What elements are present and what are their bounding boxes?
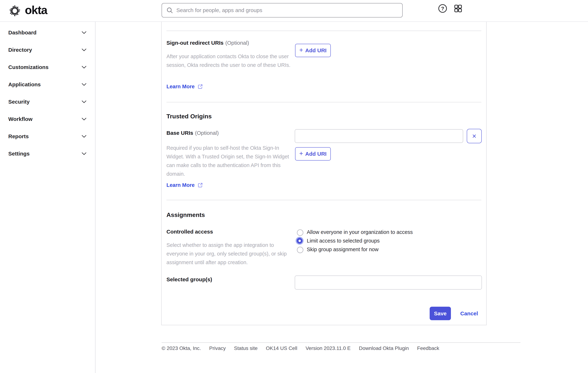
radio-allow-everyone[interactable]: Allow everyone in your organization to a…	[296, 228, 413, 236]
app-settings-card: Sign-out redirect URIs(Optional) After y…	[161, 22, 487, 325]
apps-grid-icon	[454, 4, 463, 13]
search-icon	[166, 7, 173, 14]
selected-groups-label: Selected group(s)	[167, 277, 212, 283]
add-uri-label: Add URI	[305, 151, 326, 157]
section-divider	[167, 102, 481, 102]
plus-icon: +	[299, 150, 303, 157]
footer-link-feedback[interactable]: Feedback	[417, 345, 439, 351]
save-button[interactable]: Save	[430, 307, 451, 320]
footer-link-download-plugin[interactable]: Download Okta Plugin	[359, 345, 409, 351]
radio-skip-group-assignment[interactable]: Skip group assignment for now	[296, 245, 413, 254]
chevron-down-icon	[82, 83, 86, 86]
sidebar-item-label: Directory	[8, 47, 32, 53]
chevron-down-icon	[82, 152, 86, 155]
radio-label: Limit access to selected groups	[307, 238, 380, 244]
chevron-down-icon	[82, 31, 86, 34]
sidebar-item-label: Customizations	[8, 64, 48, 70]
controlled-access-radio-group: Allow everyone in your organization to a…	[296, 228, 413, 254]
sidebar-item-security[interactable]: Security	[0, 93, 95, 110]
radio-label: Allow everyone in your organization to a…	[307, 229, 413, 235]
cancel-button[interactable]: Cancel	[460, 307, 478, 320]
sidebar-nav: Dashboard Directory Customizations Appli…	[0, 22, 95, 373]
base-uris-description: Required if you plan to self-host the Ok…	[167, 144, 291, 178]
footer: © 2023 Okta, Inc. Privacy Status site OK…	[162, 345, 439, 351]
section-divider	[167, 31, 481, 31]
help-button[interactable]: ?	[438, 4, 448, 13]
footer-cell-info: OK14 US Cell	[266, 345, 297, 351]
base-uri-input[interactable]	[295, 129, 463, 143]
okta-wordmark: okta	[25, 4, 47, 17]
sidebar-item-dashboard[interactable]: Dashboard	[0, 24, 95, 41]
chevron-down-icon	[82, 66, 86, 69]
sidebar-item-applications[interactable]: Applications	[0, 76, 95, 93]
controlled-access-description: Select whether to assign the app integra…	[167, 241, 291, 267]
add-signout-uri-button[interactable]: + Add URI	[295, 44, 331, 57]
sidebar-item-customizations[interactable]: Customizations	[0, 59, 95, 76]
trusted-origins-heading: Trusted Origins	[167, 113, 212, 120]
signout-learn-more-link[interactable]: Learn More	[167, 84, 203, 90]
sidebar-item-workflow[interactable]: Workflow	[0, 110, 95, 128]
controlled-access-label: Controlled access	[167, 229, 213, 235]
selected-groups-input[interactable]	[295, 276, 482, 289]
sidebar-item-label: Workflow	[8, 116, 32, 122]
footer-copyright: © 2023 Okta, Inc.	[162, 345, 201, 351]
external-link-icon	[198, 84, 203, 89]
signout-redirect-uris-label: Sign-out redirect URIs(Optional)	[167, 40, 249, 46]
chevron-down-icon	[82, 135, 86, 138]
learn-more-text: Learn More	[167, 182, 195, 188]
chevron-down-icon	[82, 100, 86, 103]
footer-link-privacy[interactable]: Privacy	[209, 345, 226, 351]
search-input[interactable]	[176, 7, 398, 13]
signout-description: After your application contacts Okta to …	[167, 52, 291, 69]
field-label-text: Base URIs	[167, 130, 193, 136]
footer-link-status-site[interactable]: Status site	[234, 345, 258, 351]
sidebar-item-label: Reports	[8, 133, 29, 139]
learn-more-text: Learn More	[167, 84, 195, 90]
sidebar-item-label: Security	[8, 99, 30, 105]
chevron-down-icon	[82, 48, 86, 51]
plus-icon: +	[299, 47, 303, 53]
sidebar-item-settings[interactable]: Settings	[0, 145, 95, 162]
field-label-text: Sign-out redirect URIs	[167, 40, 224, 46]
base-uris-label: Base URIs(Optional)	[167, 130, 219, 136]
sidebar-item-label: Dashboard	[8, 30, 37, 36]
optional-tag: (Optional)	[195, 130, 219, 136]
assignments-heading: Assignments	[167, 211, 205, 218]
optional-tag: (Optional)	[225, 40, 249, 46]
search-box[interactable]	[162, 3, 403, 18]
sidebar-item-label: Settings	[8, 151, 30, 157]
sidebar-item-directory[interactable]: Directory	[0, 41, 95, 59]
add-base-uri-button[interactable]: + Add URI	[295, 147, 331, 160]
remove-base-uri-button[interactable]: ×	[467, 129, 482, 143]
radio-button-icon[interactable]	[296, 228, 304, 236]
section-divider	[167, 200, 481, 200]
radio-button-icon[interactable]	[296, 245, 304, 253]
radio-button-icon[interactable]	[296, 237, 304, 245]
sidebar-item-label: Applications	[8, 81, 41, 88]
okta-admin-page: okta ? Dashboard	[0, 0, 588, 373]
radio-label: Skip group assignment for now	[307, 246, 378, 252]
chevron-down-icon	[82, 118, 86, 121]
top-bar: okta ?	[0, 0, 588, 22]
sidebar-item-reports[interactable]: Reports	[0, 128, 95, 145]
add-uri-label: Add URI	[305, 47, 326, 53]
okta-aura-icon	[9, 5, 21, 17]
radio-limit-selected-groups[interactable]: Limit access to selected groups	[296, 236, 413, 245]
help-icon: ?	[438, 4, 447, 13]
close-icon: ×	[472, 132, 476, 140]
footer-version: Version 2023.11.0 E	[305, 345, 351, 351]
okta-logo[interactable]: okta	[9, 4, 47, 17]
apps-grid-button[interactable]	[453, 4, 463, 13]
svg-text:?: ?	[441, 6, 444, 11]
trusted-origins-learn-more-link[interactable]: Learn More	[167, 182, 203, 188]
footer-divider	[162, 342, 520, 343]
external-link-icon	[198, 182, 203, 188]
